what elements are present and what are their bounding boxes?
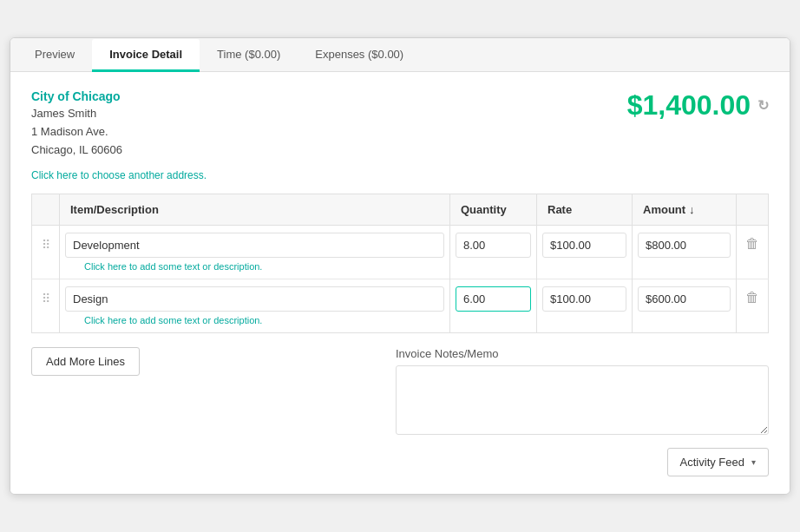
activity-feed-button[interactable]: Activity Feed ▾ [667, 448, 769, 476]
choose-address-link[interactable]: Click here to choose another address. [31, 169, 207, 181]
item-input-2[interactable] [65, 286, 444, 312]
notes-textarea[interactable] [396, 365, 769, 435]
qty-cell-2 [450, 279, 537, 332]
qty-input-1[interactable] [456, 233, 531, 258]
add-lines-section: Add More Lines [31, 347, 140, 376]
qty-input-2[interactable] [456, 286, 531, 312]
amount-cell-2 [633, 279, 737, 332]
rate-cell-2 [537, 279, 633, 332]
amount-cell-1 [633, 225, 737, 279]
col-action-header [737, 194, 769, 225]
tab-invoice-detail[interactable]: Invoice Detail [92, 39, 200, 72]
table-row: ⠿ Click here to add some text or descrip… [32, 225, 769, 279]
col-rate-header: Rate [537, 194, 633, 225]
action-cell-1: 🗑 [737, 225, 769, 279]
col-amount-header: Amount ↓ [633, 194, 737, 225]
activity-feed-label: Activity Feed [680, 456, 744, 469]
delete-row-1-button[interactable]: 🗑 [742, 233, 763, 255]
invoice-table: Item/Description Quantity Rate Amount ↓ [31, 194, 769, 333]
drag-handle-cell-1: ⠿ [32, 225, 60, 279]
tab-expenses[interactable]: Expenses ($0.00) [298, 39, 421, 72]
invoice-window: Preview Invoice Detail Time ($0.00) Expe… [10, 37, 790, 494]
add-more-lines-button[interactable]: Add More Lines [31, 347, 140, 376]
main-content: City of Chicago James Smith 1 Madison Av… [10, 72, 790, 493]
notes-section: Invoice Notes/Memo [396, 347, 769, 437]
tab-time[interactable]: Time ($0.00) [200, 39, 298, 72]
qty-cell-1 [450, 225, 537, 279]
drag-handle-1[interactable]: ⠿ [40, 233, 52, 257]
client-address1: 1 Madison Ave. [31, 123, 122, 141]
rate-input-1[interactable] [542, 233, 626, 258]
client-contact: James Smith [31, 105, 122, 123]
refresh-icon[interactable]: ↻ [757, 97, 769, 114]
client-city-state-zip: Chicago, IL 60606 [31, 141, 122, 160]
client-name: City of Chicago [31, 89, 122, 103]
col-item-header: Item/Description [60, 194, 450, 225]
desc-link-1[interactable]: Click here to add some text or descripti… [65, 261, 444, 272]
tab-preview[interactable]: Preview [17, 39, 92, 72]
table-header-row: Item/Description Quantity Rate Amount ↓ [32, 194, 769, 225]
amount-header-label: Amount [643, 203, 685, 216]
delete-row-2-button[interactable]: 🗑 [742, 286, 763, 309]
tab-bar: Preview Invoice Detail Time ($0.00) Expe… [10, 38, 790, 72]
client-info-block: City of Chicago James Smith 1 Madison Av… [31, 89, 122, 159]
item-cell-1: Click here to add some text or descripti… [60, 225, 450, 279]
bottom-section: Add More Lines Invoice Notes/Memo [31, 347, 769, 437]
amount-input-1[interactable] [638, 233, 731, 258]
col-qty-header: Quantity [450, 194, 537, 225]
notes-label: Invoice Notes/Memo [396, 347, 769, 360]
header-row: City of Chicago James Smith 1 Madison Av… [31, 89, 769, 159]
item-cell-2: Click here to add some text or descripti… [60, 279, 450, 332]
total-amount-block: $1,400.00 ↻ [627, 89, 769, 122]
item-input-1[interactable] [65, 233, 444, 258]
action-cell-2: 🗑 [737, 279, 769, 332]
desc-link-2[interactable]: Click here to add some text or descripti… [65, 315, 444, 325]
col-drag-header [32, 194, 60, 225]
sort-icon[interactable]: ↓ [689, 203, 695, 216]
table-row: ⠿ Click here to add some text or descrip… [32, 279, 769, 332]
activity-feed-row: Activity Feed ▾ [31, 448, 769, 476]
rate-input-2[interactable] [542, 286, 626, 312]
drag-handle-cell-2: ⠿ [32, 279, 60, 332]
chevron-down-icon: ▾ [751, 457, 756, 467]
total-value: $1,400.00 [627, 89, 751, 122]
rate-cell-1 [537, 225, 633, 279]
drag-handle-2[interactable]: ⠿ [40, 286, 52, 311]
amount-input-2[interactable] [638, 286, 731, 312]
